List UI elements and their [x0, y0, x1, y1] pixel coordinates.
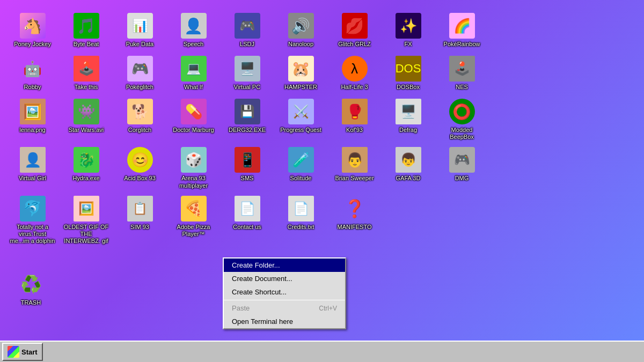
- context-menu-label-paste: Paste: [232, 304, 250, 312]
- desktop-icon-nanoloop[interactable]: 🔊Nanoloop: [275, 10, 326, 53]
- gafa-3d-label: GAFA 3D: [396, 175, 421, 182]
- lenna-png-image: 🖼️: [20, 99, 46, 124]
- nes-label: NES: [456, 84, 468, 91]
- desktop-icon-brian-sweeper[interactable]: 👨Brian Sweeper: [329, 144, 380, 192]
- what-if-image: 💻: [181, 56, 207, 82]
- desktop-icon-robby[interactable]: 🤖Robby: [7, 53, 58, 95]
- context-menu-item-create-folder[interactable]: Create Folder...: [224, 258, 345, 272]
- robby-image: 🤖: [20, 56, 46, 82]
- desktop-icon-pokeglit[interactable]: 🎮Pokéglitch: [114, 53, 165, 95]
- pokeglit-label: Pokéglitch: [126, 84, 153, 91]
- desktop-icon-arena-93[interactable]: 🎲Arena 93 multiplayer: [168, 144, 219, 192]
- desktop-icon-byte-beat[interactable]: 🎵Byte Beat: [61, 10, 112, 53]
- desktop-icon-manifesto[interactable]: ❓MANIFESTO: [329, 193, 380, 248]
- adobe-pizza-image: 🍕: [181, 196, 207, 221]
- sms-label: SMS: [241, 175, 254, 182]
- desktop-icon-virtual-pc[interactable]: 🖥️Virtual PC: [222, 53, 273, 95]
- start-label: Start: [21, 348, 38, 356]
- adobe-pizza-label: Adobe Pizza Player™: [170, 224, 217, 238]
- speech-label: Speech: [184, 41, 203, 48]
- desktop-icon-oldest-gif[interactable]: 🖼️OLDEST GIF OF THE INTERWEBZ. gif: [61, 193, 112, 248]
- desktop-icon-modded-beepbox[interactable]: ⭕Modded BeepBox: [436, 95, 487, 144]
- desktop-icon-half-life-3[interactable]: λHalf-Life 3: [329, 53, 380, 95]
- virtual-pc-image: 🖥️: [235, 56, 260, 82]
- credits-txt-label: Credits.txt: [288, 224, 314, 231]
- desktop-icon-doctor-marburg[interactable]: 💊Doctor Marburg: [168, 95, 219, 144]
- desktop-icon-gafa-3d[interactable]: 👦GAFA 3D: [383, 144, 434, 192]
- dosbox-label: DOSBox: [397, 84, 420, 91]
- desktop-icon-sms[interactable]: 📱SMS: [222, 144, 273, 192]
- desktop-icon-virtual-girl[interactable]: 👤Virtual Girl: [7, 144, 58, 192]
- desktop-icon-contact-us[interactable]: 📄Contact us: [222, 193, 273, 248]
- totally-virus-label: Totally not a virus.Trust me...im a dolp…: [9, 224, 56, 245]
- virtual-girl-image: 👤: [20, 147, 46, 173]
- context-menu-item-open-terminal[interactable]: Open Terminal here: [224, 315, 345, 328]
- kof93-image: 🥊: [342, 99, 368, 124]
- desktop-icon-defrag[interactable]: 🖥️Defrag: [383, 95, 434, 144]
- puke-data-label: Puke Data: [126, 41, 153, 48]
- desktop-icon-poke-rainbow[interactable]: 🌈PokéRainbow: [436, 10, 487, 53]
- desktop-icon-nes[interactable]: 🕹️NES: [436, 53, 487, 95]
- poney-jockey-label: Poney Jockey: [14, 41, 50, 48]
- start-button[interactable]: Start: [2, 343, 43, 361]
- brian-sweeper-image: 👨: [342, 147, 368, 173]
- desktop-icon-glitch-grlz[interactable]: 💋Glitch GRLZ: [329, 10, 380, 53]
- desktop-icon-dmg[interactable]: 🎮DMG: [436, 144, 487, 192]
- desktop-icon-hydra-exe[interactable]: 🐉Hydra.exe: [61, 144, 112, 192]
- contact-us-image: 📄: [235, 196, 260, 221]
- desktop-icon-dosbox[interactable]: DOSDOSBox: [383, 53, 434, 95]
- desktop-icon-totally-virus[interactable]: 🐬Totally not a virus.Trust me...im a dol…: [7, 193, 58, 248]
- desktop-icon-lenna-png[interactable]: 🖼️lenna.png: [7, 95, 58, 144]
- lsdj-image: 🎮: [235, 13, 260, 39]
- desktop-icon-fx[interactable]: ✨FX: [383, 10, 434, 53]
- trash-icon[interactable]: ♻️ TRASH: [5, 268, 56, 311]
- desktop-icon-star-wars[interactable]: 👾Star Wars.avi: [61, 95, 112, 144]
- dmg-image: 🎮: [449, 147, 475, 173]
- desktop-icon-speech[interactable]: 👤Speech: [168, 10, 219, 53]
- desktop-icon-take-this[interactable]: 🕹️Take this: [61, 53, 112, 95]
- desktop-icon-puke-data[interactable]: 📊Puke Data: [114, 10, 165, 53]
- trash-label: TRASH: [21, 299, 41, 306]
- icon-grid: 🐴Poney Jockey🎵Byte Beat📊Puke Data👤Speech…: [3, 5, 641, 252]
- desktop-icon-corglitch[interactable]: 🐕Corglitch: [114, 95, 165, 144]
- sim-93-image: 📋: [127, 196, 153, 221]
- context-menu-item-create-shortcut[interactable]: Create Shortcut...: [224, 285, 345, 299]
- desktop-icon-kof93[interactable]: 🥊Kof'93: [329, 95, 380, 144]
- nanoloop-image: 🔊: [288, 13, 314, 39]
- context-menu-divider-3: [224, 300, 345, 300]
- desktop-icon-acid-box-93[interactable]: 😊Acid Box 93: [114, 144, 165, 192]
- desktop: 🐴Poney Jockey🎵Byte Beat📊Puke Data👤Speech…: [0, 0, 644, 341]
- solitude-image: 🧪: [288, 147, 314, 173]
- desktop-icon-poney-jockey[interactable]: 🐴Poney Jockey: [7, 10, 58, 53]
- totally-virus-image: 🐬: [20, 196, 46, 221]
- fx-label: FX: [404, 41, 412, 48]
- progress-quest-image: ⚔️: [288, 99, 314, 124]
- desktop-icon-progress-quest[interactable]: ⚔️Progress Quest: [275, 95, 326, 144]
- desktop-icon-credits-txt[interactable]: 📄Credits.txt: [275, 193, 326, 248]
- nes-image: 🕹️: [449, 56, 475, 82]
- credits-txt-image: 📄: [288, 196, 314, 221]
- trash-area: ♻️ TRASH: [5, 268, 56, 311]
- context-menu-label-create-document: Create Document...: [232, 275, 292, 283]
- desktop-icon-what-if[interactable]: 💻What If: [168, 53, 219, 95]
- manifesto-label: MANIFESTO: [338, 224, 372, 231]
- acid-box-93-image: 😊: [127, 147, 153, 173]
- pokeglit-image: 🎮: [127, 56, 153, 82]
- virtual-pc-label: Virtual PC: [234, 84, 260, 91]
- derg32exe-label: DERG32.EXE: [229, 127, 266, 134]
- desktop-icon-lsdj[interactable]: 🎮LSDJ: [222, 10, 273, 53]
- desktop-icon-adobe-pizza[interactable]: 🍕Adobe Pizza Player™: [168, 193, 219, 248]
- hydra-exe-image: 🐉: [74, 147, 99, 173]
- robby-label: Robby: [24, 84, 41, 91]
- desktop-icon-derg32exe[interactable]: 💾DERG32.EXE: [222, 95, 273, 144]
- taskbar: Start: [0, 341, 644, 362]
- desktop-icon-solitude[interactable]: 🧪Solitude: [275, 144, 326, 192]
- desktop-icon-sim-93[interactable]: 📋SIM 93: [114, 193, 165, 248]
- glitch-grlz-label: Glitch GRLZ: [338, 41, 371, 48]
- take-this-label: Take this: [75, 84, 98, 91]
- half-life-3-label: Half-Life 3: [341, 84, 368, 91]
- context-menu-item-create-document[interactable]: Create Document...: [224, 272, 345, 285]
- desktop-icon-hampster[interactable]: 🐹HAMPSTER: [275, 53, 326, 95]
- acid-box-93-label: Acid Box 93: [124, 175, 156, 182]
- oldest-gif-image: 🖼️: [74, 196, 99, 221]
